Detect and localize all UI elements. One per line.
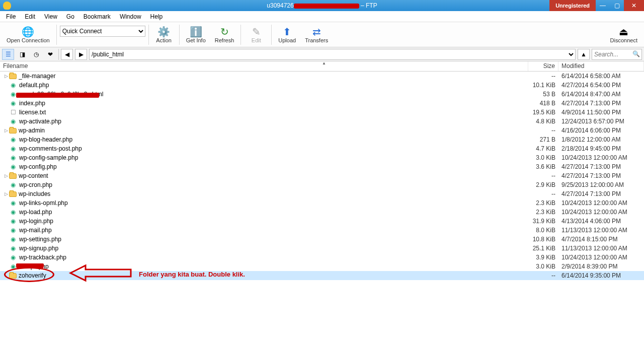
file-modified: 4/27/2014 7:13:00 PM	[558, 100, 644, 107]
php-file-icon: ◉	[9, 163, 17, 171]
file-size: 10.8 KiB	[528, 236, 558, 243]
file-row[interactable]: ◉wp-cron.php2.9 KiB9/25/2013 12:00:00 AM	[0, 180, 644, 189]
menu-edit[interactable]: Edit	[21, 12, 39, 21]
file-name: wp-content	[19, 172, 528, 179]
php-file-icon: ◉	[9, 154, 17, 162]
folder-row[interactable]: ▷wp-admin--4/16/2014 6:06:00 PM	[0, 126, 644, 135]
separator	[58, 49, 59, 60]
file-modified: 4/27/2014 7:13:00 PM	[558, 172, 644, 179]
folder-row[interactable]: ▷wp-content--4/27/2014 7:13:00 PM	[0, 171, 644, 180]
menu-file[interactable]: File	[2, 12, 20, 21]
edit-label: Edit	[252, 37, 261, 43]
col-filename[interactable]: Filename	[0, 61, 528, 71]
upload-label: Upload	[278, 37, 296, 43]
folder-row[interactable]: ▷wp-includes--4/27/2014 7:13:00 PM	[0, 189, 644, 198]
up-button[interactable]: ▲	[578, 49, 590, 60]
open-connection-button[interactable]: 🌐 Open Connection	[3, 23, 53, 46]
file-row[interactable]: ◉xmlrpc.php3.0 KiB2/9/2014 8:39:00 PM	[0, 262, 644, 271]
folder-icon	[9, 173, 17, 179]
history-button[interactable]: ◷	[30, 49, 42, 60]
html-file-icon: ◉	[9, 90, 17, 98]
file-name: wp-activate.php	[19, 118, 528, 125]
file-row[interactable]: ◉wp-login.php31.9 KiB4/13/2014 4:06:00 P…	[0, 217, 644, 226]
file-modified: 2/9/2014 8:39:00 PM	[558, 263, 644, 270]
file-row[interactable]: ◉wp-mail.php8.0 KiB11/13/2013 12:00:00 A…	[0, 226, 644, 235]
menu-view[interactable]: View	[40, 12, 61, 21]
search-input[interactable]	[592, 49, 642, 60]
file-row[interactable]: ◉default.php10.1 KiB4/27/2014 6:54:00 PM	[0, 81, 644, 90]
view-outline-button[interactable]: ◨	[16, 49, 28, 60]
quick-connect-select[interactable]: Quick Connect	[60, 26, 145, 37]
minimize-button[interactable]: ―	[596, 0, 610, 11]
file-modified: 4/16/2014 6:06:00 PM	[558, 127, 644, 134]
file-size: 4.8 KiB	[528, 118, 558, 125]
folder-icon	[9, 191, 17, 197]
php-file-icon: ◉	[9, 244, 17, 252]
menu-go[interactable]: Go	[62, 12, 78, 21]
file-name: wp-config-sample.php	[19, 154, 528, 161]
folder-row[interactable]: zohoverify--6/14/2014 9:35:00 PM	[0, 271, 644, 280]
bookmark-dd-button[interactable]: ❤	[44, 49, 56, 60]
action-button[interactable]: ⚙️ Action	[152, 23, 176, 46]
info-icon: ℹ️	[190, 26, 202, 37]
maximize-button[interactable]: ▢	[610, 0, 624, 11]
action-label: Action	[156, 37, 172, 43]
expand-toggle[interactable]: ▷	[3, 128, 9, 133]
refresh-button[interactable]: ↻ Refresh	[211, 23, 238, 46]
menu-window[interactable]: Window	[116, 12, 145, 21]
file-size: 271 B	[528, 136, 558, 143]
php-file-icon: ◉	[9, 181, 17, 189]
file-row[interactable]: ◉google02a00ba0a0d0bc3c.html53 B6/14/201…	[0, 90, 644, 99]
transfers-button[interactable]: ⇄ Transfers	[301, 23, 332, 46]
nav-bar: ☰ ◨ ◷ ❤ ◀ ▶ /public_html ▲ 🔍	[0, 47, 644, 61]
file-row[interactable]: ◉index.php418 B4/27/2014 7:13:00 PM	[0, 99, 644, 108]
file-row[interactable]: ◉wp-links-opml.php2.3 KiB10/24/2013 12:0…	[0, 198, 644, 208]
unregistered-badge: Unregistered	[549, 0, 596, 11]
file-row[interactable]: ◉wp-settings.php10.8 KiB4/7/2014 8:15:00…	[0, 235, 644, 244]
file-modified: 12/24/2013 6:57:00 PM	[558, 118, 644, 125]
col-modified[interactable]: Modified	[558, 61, 644, 71]
file-name: wp-config.php	[19, 163, 528, 170]
file-size: 418 B	[528, 100, 558, 107]
file-modified: 4/27/2014 7:13:00 PM	[558, 190, 644, 197]
file-row[interactable]: ◉wp-config.php3.6 KiB4/27/2014 7:13:00 P…	[0, 162, 644, 171]
file-size: 2.3 KiB	[528, 209, 558, 216]
disconnect-button[interactable]: ⏏ Disconnect	[607, 23, 641, 46]
file-row[interactable]: ◉wp-blog-header.php271 B1/8/2012 12:00:0…	[0, 135, 644, 144]
file-row[interactable]: ☐license.txt19.5 KiB4/9/2014 11:50:00 PM	[0, 108, 644, 117]
file-row[interactable]: ◉wp-config-sample.php3.0 KiB10/24/2013 1…	[0, 153, 644, 162]
menu-help[interactable]: Help	[146, 12, 167, 21]
close-button[interactable]: ✕	[624, 0, 644, 11]
php-file-icon: ◉	[9, 235, 17, 243]
view-list-button[interactable]: ☰	[2, 49, 14, 60]
file-modified: 6/14/2014 8:47:00 AM	[558, 91, 644, 98]
file-name: wp-mail.php	[19, 227, 528, 234]
getinfo-button[interactable]: ℹ️ Get Info	[183, 23, 209, 46]
back-button[interactable]: ◀	[61, 49, 73, 60]
file-row[interactable]: ◉wp-activate.php4.8 KiB12/24/2013 6:57:0…	[0, 117, 644, 126]
file-row[interactable]: ◉wp-comments-post.php4.7 KiB2/18/2014 9:…	[0, 144, 644, 153]
file-name: zohoverify	[19, 272, 528, 279]
file-row[interactable]: ◉wp-trackback.php3.9 KiB10/24/2013 12:00…	[0, 253, 644, 262]
col-size[interactable]: Size	[528, 61, 558, 71]
file-name: wp-includes	[19, 190, 528, 197]
forward-button[interactable]: ▶	[75, 49, 87, 60]
upload-button[interactable]: ⬆ Upload	[275, 23, 299, 46]
file-modified: 11/13/2013 12:00:00 AM	[558, 227, 644, 234]
file-name: wp-load.php	[19, 209, 528, 216]
edit-button[interactable]: ✎ Edit	[244, 23, 268, 46]
expand-toggle[interactable]: ▷	[3, 173, 9, 178]
file-name: wp-login.php	[19, 218, 528, 225]
expand-toggle[interactable]: ▷	[3, 74, 9, 79]
file-row[interactable]: ◉wp-load.php2.3 KiB10/24/2013 12:00:00 A…	[0, 208, 644, 217]
expand-toggle[interactable]: ▷	[3, 191, 9, 196]
folder-row[interactable]: ▷_file-manager--6/14/2014 6:58:00 AM	[0, 72, 644, 81]
file-modified: 4/13/2014 4:06:00 PM	[558, 218, 644, 225]
php-file-icon: ◉	[9, 117, 17, 125]
menu-bookmark[interactable]: Bookmark	[79, 12, 115, 21]
file-row[interactable]: ◉wp-signup.php25.1 KiB11/13/2013 12:00:0…	[0, 244, 644, 253]
path-select[interactable]: /public_html	[89, 49, 576, 60]
file-list: ▷_file-manager--6/14/2014 6:58:00 AM◉def…	[0, 72, 644, 323]
file-size: 19.5 KiB	[528, 109, 558, 116]
file-size: 3.0 KiB	[528, 154, 558, 161]
